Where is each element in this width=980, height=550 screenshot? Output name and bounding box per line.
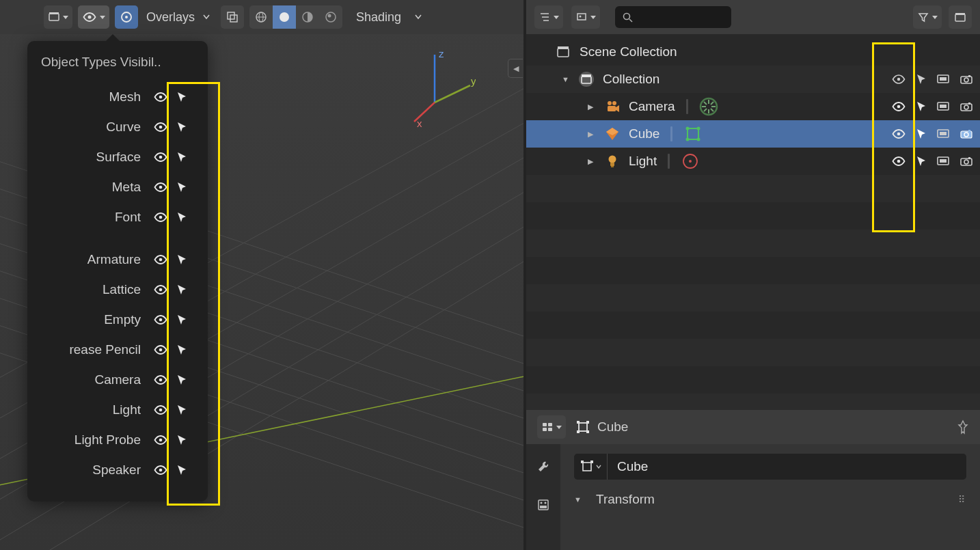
eye-icon[interactable] [153, 254, 168, 265]
svg-text:y: y [471, 75, 476, 87]
type-label: Meta [36, 180, 153, 195]
eye-icon[interactable] [153, 284, 168, 295]
display-mode-dropdown[interactable] [571, 5, 600, 29]
eye-icon[interactable] [891, 74, 906, 85]
outliner-type-dropdown[interactable] [534, 5, 563, 29]
cursor-icon[interactable] [176, 253, 187, 266]
cursor-icon[interactable] [176, 434, 187, 446]
eye-icon[interactable] [891, 128, 906, 139]
tree-item-camera[interactable]: ▶Camera [526, 93, 980, 120]
shading-wireframe[interactable] [249, 5, 273, 29]
cursor-icon[interactable] [916, 128, 927, 140]
eye-icon[interactable] [153, 374, 168, 385]
svg-rect-121 [540, 506, 547, 508]
disclosure-triangle[interactable]: ▶ [588, 102, 599, 111]
visibility-row: Speaker [36, 455, 201, 485]
filter-dropdown[interactable] [913, 5, 942, 29]
eye-icon[interactable] [153, 182, 168, 193]
eye-icon[interactable] [891, 101, 906, 112]
cursor-icon[interactable] [176, 314, 187, 326]
drag-handle-icon[interactable]: ⠿ [958, 494, 966, 505]
disclosure-triangle[interactable]: ▼ [574, 495, 585, 504]
screen-icon[interactable] [936, 128, 950, 139]
screen-icon[interactable] [936, 101, 950, 112]
cursor-icon[interactable] [176, 211, 187, 223]
camera-toggle-icon[interactable] [959, 156, 973, 167]
eye-icon[interactable] [153, 435, 168, 445]
empty-row [526, 175, 980, 202]
camera-toggle-icon[interactable] [959, 101, 973, 112]
tree-item-cube[interactable]: ▶Cube [526, 120, 980, 148]
cursor-icon[interactable] [916, 73, 927, 85]
svg-point-26 [280, 12, 289, 22]
disclosure-triangle[interactable]: ▶ [588, 130, 599, 139]
eye-icon[interactable] [153, 465, 168, 476]
camera-toggle-icon[interactable] [959, 128, 973, 139]
eye-icon[interactable] [153, 404, 168, 415]
visibility-row: Lattice [36, 275, 201, 305]
cursor-icon[interactable] [176, 464, 187, 476]
spot-icon[interactable] [681, 152, 700, 171]
svg-point-28 [326, 12, 336, 22]
cursor-icon[interactable] [176, 344, 187, 356]
cursor-icon[interactable] [916, 155, 927, 167]
pin-icon[interactable] [957, 420, 969, 435]
screen-icon[interactable] [936, 156, 950, 167]
object-types-visibility-popup: Object Types Visibil.. MeshCurveSurfaceM… [27, 41, 208, 501]
gizmo-toggle[interactable] [115, 5, 138, 29]
outliner-tree[interactable]: Scene Collection ▼ Collection ▶Camera▶Cu… [526, 34, 980, 421]
cursor-icon[interactable] [176, 374, 187, 386]
overlays-label[interactable]: Overlays [146, 10, 195, 25]
shading-material[interactable] [296, 5, 319, 29]
sidebar-collapse-tab[interactable]: ◀ [508, 59, 523, 78]
cursor-icon[interactable] [176, 121, 187, 133]
xray-toggle[interactable] [221, 5, 244, 29]
properties-breadcrumb[interactable]: Cube [575, 420, 628, 435]
empty-row [526, 202, 980, 230]
new-collection-button[interactable] [949, 5, 972, 29]
scene-collection-row[interactable]: Scene Collection [526, 38, 980, 66]
shading-rendered[interactable] [319, 5, 342, 29]
cursor-icon[interactable] [176, 151, 187, 163]
eye-icon[interactable] [891, 156, 906, 167]
cursor-icon[interactable] [176, 91, 187, 103]
output-tab[interactable] [533, 495, 554, 515]
svg-point-53 [580, 16, 582, 18]
collection-row[interactable]: ▼ Collection [526, 66, 980, 93]
cursor-icon[interactable] [176, 181, 187, 193]
uv-icon[interactable] [683, 124, 703, 143]
shading-label[interactable]: Shading [348, 10, 409, 25]
navigation-gizmo[interactable]: z y x [407, 48, 476, 130]
screen-icon[interactable] [936, 74, 950, 85]
tree-item-light[interactable]: ▶Light [526, 148, 980, 175]
visibility-row: Meta [36, 172, 201, 202]
cursor-icon[interactable] [176, 404, 187, 416]
aperture-icon[interactable] [699, 97, 718, 116]
disclosure-triangle[interactable]: ▼ [562, 75, 573, 83]
camera-icon[interactable] [959, 74, 973, 85]
visibility-dropdown[interactable] [78, 5, 109, 29]
eye-icon[interactable] [153, 122, 168, 133]
object-name-input[interactable]: Cube [607, 454, 966, 480]
datablock-dropdown[interactable] [574, 454, 607, 480]
disclosure-triangle[interactable]: ▶ [588, 157, 599, 166]
outliner-search[interactable] [615, 6, 731, 28]
svg-point-89 [697, 127, 700, 130]
svg-rect-83 [940, 105, 947, 108]
cursor-icon[interactable] [916, 100, 927, 113]
shading-solid[interactable] [273, 5, 296, 29]
cursor-icon[interactable] [176, 284, 187, 296]
viewport-3d[interactable]: Overlays Shading z y x Object Types Visi… [0, 0, 523, 550]
eye-icon[interactable] [153, 152, 168, 163]
eye-icon[interactable] [153, 314, 168, 325]
svg-rect-100 [611, 166, 614, 167]
separator [668, 154, 670, 169]
editor-type-dropdown[interactable] [44, 5, 72, 29]
eye-icon[interactable] [153, 344, 168, 355]
outliner-header [526, 0, 980, 34]
properties-type-dropdown[interactable] [537, 415, 566, 439]
eye-icon[interactable] [153, 92, 168, 102]
eye-icon[interactable] [153, 212, 168, 223]
transform-section-header[interactable]: ▼ Transform ⠿ [574, 492, 966, 507]
tool-tab[interactable] [533, 456, 554, 477]
